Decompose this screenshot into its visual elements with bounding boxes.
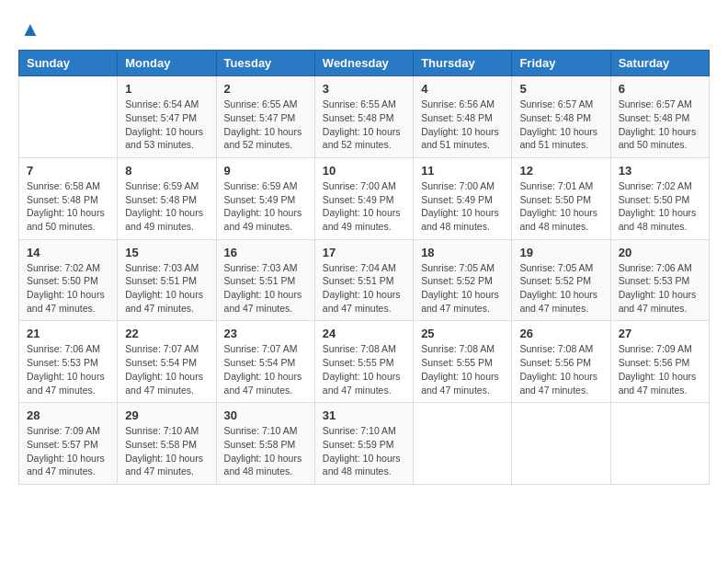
calendar-cell: 17Sunrise: 7:04 AM Sunset: 5:51 PM Dayli… [314, 239, 413, 321]
calendar-table: Sunday Monday Tuesday Wednesday Thursday… [18, 50, 710, 485]
day-number: 31 [323, 408, 405, 422]
calendar-cell: 23Sunrise: 7:07 AM Sunset: 5:54 PM Dayli… [216, 321, 314, 403]
header: ▲ [18, 18, 710, 40]
day-number: 30 [224, 408, 307, 422]
calendar-cell [414, 403, 512, 485]
day-info: Sunrise: 6:57 AM Sunset: 5:48 PM Dayligh… [619, 98, 701, 152]
calendar-week-row: 14Sunrise: 7:02 AM Sunset: 5:50 PM Dayli… [19, 239, 710, 321]
header-friday: Friday [512, 51, 610, 76]
calendar-cell: 13Sunrise: 7:02 AM Sunset: 5:50 PM Dayli… [610, 157, 709, 239]
calendar-cell: 26Sunrise: 7:08 AM Sunset: 5:56 PM Dayli… [512, 321, 610, 403]
day-info: Sunrise: 7:10 AM Sunset: 5:59 PM Dayligh… [323, 424, 405, 478]
logo: ▲ [18, 18, 40, 40]
day-number: 9 [224, 164, 307, 178]
day-number: 13 [619, 164, 701, 178]
day-info: Sunrise: 7:00 AM Sunset: 5:49 PM Dayligh… [421, 179, 504, 234]
day-info: Sunrise: 7:01 AM Sunset: 5:50 PM Dayligh… [519, 179, 602, 234]
day-number: 20 [619, 246, 701, 259]
day-info: Sunrise: 7:08 AM Sunset: 5:55 PM Dayligh… [421, 342, 504, 396]
calendar-cell: 31Sunrise: 7:10 AM Sunset: 5:59 PM Dayli… [314, 403, 413, 485]
day-number: 4 [421, 82, 504, 96]
calendar-cell: 30Sunrise: 7:10 AM Sunset: 5:58 PM Dayli… [216, 403, 314, 485]
calendar-header-row: Sunday Monday Tuesday Wednesday Thursday… [19, 51, 710, 76]
day-info: Sunrise: 7:06 AM Sunset: 5:53 PM Dayligh… [27, 342, 109, 396]
header-monday: Monday [118, 51, 216, 76]
day-info: Sunrise: 7:09 AM Sunset: 5:57 PM Dayligh… [27, 424, 109, 478]
logo-bird-icon: ▲ [20, 18, 40, 40]
header-tuesday: Tuesday [216, 51, 314, 76]
day-number: 26 [519, 327, 602, 340]
calendar-cell: 11Sunrise: 7:00 AM Sunset: 5:49 PM Dayli… [414, 157, 512, 239]
header-wednesday: Wednesday [314, 51, 413, 76]
day-info: Sunrise: 6:55 AM Sunset: 5:47 PM Dayligh… [224, 98, 307, 152]
day-number: 8 [125, 164, 208, 178]
day-info: Sunrise: 7:05 AM Sunset: 5:52 PM Dayligh… [421, 261, 504, 316]
day-info: Sunrise: 6:57 AM Sunset: 5:48 PM Dayligh… [519, 98, 602, 152]
day-number: 2 [224, 82, 307, 96]
calendar-cell: 7Sunrise: 6:58 AM Sunset: 5:48 PM Daylig… [19, 157, 118, 239]
calendar-cell: 15Sunrise: 7:03 AM Sunset: 5:51 PM Dayli… [118, 239, 216, 321]
day-number: 23 [224, 327, 307, 340]
day-number: 24 [323, 327, 405, 340]
calendar-cell [19, 76, 118, 158]
calendar-cell: 9Sunrise: 6:59 AM Sunset: 5:49 PM Daylig… [216, 157, 314, 239]
day-info: Sunrise: 7:07 AM Sunset: 5:54 PM Dayligh… [224, 342, 307, 396]
day-info: Sunrise: 7:08 AM Sunset: 5:55 PM Dayligh… [323, 342, 405, 396]
day-info: Sunrise: 7:07 AM Sunset: 5:54 PM Dayligh… [125, 342, 208, 396]
header-sunday: Sunday [19, 51, 118, 76]
day-number: 16 [224, 246, 307, 259]
day-info: Sunrise: 7:05 AM Sunset: 5:52 PM Dayligh… [519, 261, 602, 316]
header-saturday: Saturday [610, 51, 709, 76]
day-info: Sunrise: 6:55 AM Sunset: 5:48 PM Dayligh… [323, 98, 405, 152]
day-info: Sunrise: 7:00 AM Sunset: 5:49 PM Dayligh… [323, 179, 405, 234]
day-info: Sunrise: 6:59 AM Sunset: 5:49 PM Dayligh… [224, 179, 307, 234]
calendar-cell: 19Sunrise: 7:05 AM Sunset: 5:52 PM Dayli… [512, 239, 610, 321]
day-info: Sunrise: 7:02 AM Sunset: 5:50 PM Dayligh… [27, 261, 109, 316]
day-number: 29 [125, 408, 208, 422]
day-info: Sunrise: 6:54 AM Sunset: 5:47 PM Dayligh… [125, 98, 208, 152]
calendar-cell: 14Sunrise: 7:02 AM Sunset: 5:50 PM Dayli… [19, 239, 118, 321]
day-info: Sunrise: 7:03 AM Sunset: 5:51 PM Dayligh… [224, 261, 307, 316]
calendar-cell: 29Sunrise: 7:10 AM Sunset: 5:58 PM Dayli… [118, 403, 216, 485]
calendar-cell: 10Sunrise: 7:00 AM Sunset: 5:49 PM Dayli… [314, 157, 413, 239]
day-info: Sunrise: 7:03 AM Sunset: 5:51 PM Dayligh… [125, 261, 208, 316]
calendar-cell: 3Sunrise: 6:55 AM Sunset: 5:48 PM Daylig… [314, 76, 413, 158]
day-info: Sunrise: 7:02 AM Sunset: 5:50 PM Dayligh… [619, 179, 701, 234]
day-number: 3 [323, 82, 405, 96]
day-number: 1 [125, 82, 208, 96]
day-info: Sunrise: 6:59 AM Sunset: 5:48 PM Dayligh… [125, 179, 208, 234]
day-info: Sunrise: 7:06 AM Sunset: 5:53 PM Dayligh… [619, 261, 701, 316]
day-number: 10 [323, 164, 405, 178]
calendar-cell: 6Sunrise: 6:57 AM Sunset: 5:48 PM Daylig… [610, 76, 709, 158]
calendar-cell: 18Sunrise: 7:05 AM Sunset: 5:52 PM Dayli… [414, 239, 512, 321]
calendar-cell [512, 403, 610, 485]
day-number: 12 [519, 164, 602, 178]
day-number: 18 [421, 246, 504, 259]
day-info: Sunrise: 7:04 AM Sunset: 5:51 PM Dayligh… [323, 261, 405, 316]
calendar-cell: 22Sunrise: 7:07 AM Sunset: 5:54 PM Dayli… [118, 321, 216, 403]
day-info: Sunrise: 7:10 AM Sunset: 5:58 PM Dayligh… [224, 424, 307, 478]
calendar-cell: 5Sunrise: 6:57 AM Sunset: 5:48 PM Daylig… [512, 76, 610, 158]
day-number: 6 [619, 82, 701, 96]
day-number: 5 [519, 82, 602, 96]
calendar-cell: 2Sunrise: 6:55 AM Sunset: 5:47 PM Daylig… [216, 76, 314, 158]
calendar-cell: 20Sunrise: 7:06 AM Sunset: 5:53 PM Dayli… [610, 239, 709, 321]
day-number: 7 [27, 164, 109, 178]
header-thursday: Thursday [414, 51, 512, 76]
calendar-cell: 4Sunrise: 6:56 AM Sunset: 5:48 PM Daylig… [414, 76, 512, 158]
day-info: Sunrise: 7:09 AM Sunset: 5:56 PM Dayligh… [619, 342, 701, 396]
day-number: 19 [519, 246, 602, 259]
day-number: 27 [619, 327, 701, 340]
day-info: Sunrise: 6:58 AM Sunset: 5:48 PM Dayligh… [27, 179, 109, 234]
calendar-cell [610, 403, 709, 485]
day-info: Sunrise: 7:08 AM Sunset: 5:56 PM Dayligh… [519, 342, 602, 396]
day-number: 14 [27, 246, 109, 259]
day-info: Sunrise: 7:10 AM Sunset: 5:58 PM Dayligh… [125, 424, 208, 478]
calendar-cell: 25Sunrise: 7:08 AM Sunset: 5:55 PM Dayli… [414, 321, 512, 403]
calendar-week-row: 28Sunrise: 7:09 AM Sunset: 5:57 PM Dayli… [19, 403, 710, 485]
calendar-cell: 24Sunrise: 7:08 AM Sunset: 5:55 PM Dayli… [314, 321, 413, 403]
day-number: 11 [421, 164, 504, 178]
calendar-cell: 28Sunrise: 7:09 AM Sunset: 5:57 PM Dayli… [19, 403, 118, 485]
day-number: 28 [27, 408, 109, 422]
calendar-cell: 12Sunrise: 7:01 AM Sunset: 5:50 PM Dayli… [512, 157, 610, 239]
